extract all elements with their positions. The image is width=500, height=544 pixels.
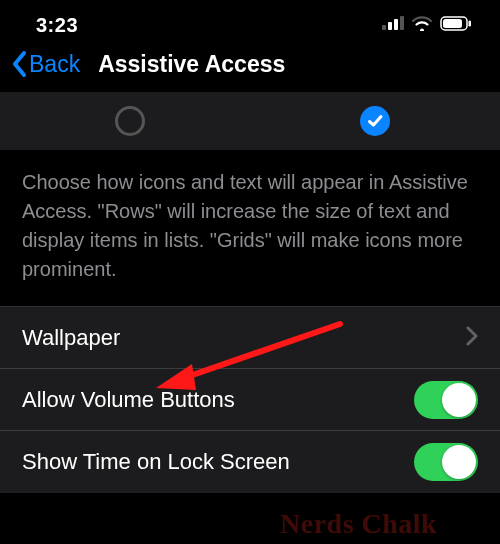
status-time: 3:23 (36, 14, 78, 37)
row-allow-volume-buttons: Allow Volume Buttons (0, 369, 500, 431)
settings-list: Wallpaper Allow Volume Buttons Show Time… (0, 306, 500, 493)
nav-header: Back Assistive Access (0, 44, 500, 92)
radio-unselected-icon (115, 106, 145, 136)
row-show-time-lock-screen: Show Time on Lock Screen (0, 431, 500, 493)
chevron-right-icon (466, 326, 478, 350)
option-grids[interactable] (250, 106, 500, 136)
svg-rect-1 (388, 22, 392, 30)
cellular-icon (382, 16, 404, 34)
row-label: Allow Volume Buttons (22, 387, 235, 413)
settings-screen: 3:23 Back Assistive Access (0, 0, 500, 544)
option-rows[interactable] (0, 106, 250, 136)
svg-rect-2 (394, 19, 398, 30)
layout-options (0, 92, 500, 150)
status-bar: 3:23 (0, 0, 500, 44)
row-label: Show Time on Lock Screen (22, 449, 290, 475)
wifi-icon (411, 15, 433, 35)
svg-rect-3 (400, 16, 404, 30)
battery-icon (440, 16, 472, 35)
toggle-show-time-lock-screen[interactable] (414, 443, 478, 481)
toggle-knob (442, 383, 476, 417)
watermark: Nerds Chalk (280, 508, 437, 540)
svg-rect-0 (382, 25, 386, 30)
row-label: Wallpaper (22, 325, 120, 351)
chevron-left-icon (10, 50, 28, 78)
checkmark-icon (366, 112, 384, 130)
svg-rect-5 (443, 19, 462, 28)
row-wallpaper[interactable]: Wallpaper (0, 307, 500, 369)
svg-rect-6 (469, 20, 472, 26)
toggle-allow-volume-buttons[interactable] (414, 381, 478, 419)
status-icons (382, 15, 472, 35)
back-label: Back (29, 51, 80, 78)
page-title: Assistive Access (98, 51, 285, 78)
toggle-knob (442, 445, 476, 479)
radio-selected-icon (360, 106, 390, 136)
layout-description: Choose how icons and text will appear in… (0, 150, 500, 306)
back-button[interactable]: Back (10, 50, 80, 78)
